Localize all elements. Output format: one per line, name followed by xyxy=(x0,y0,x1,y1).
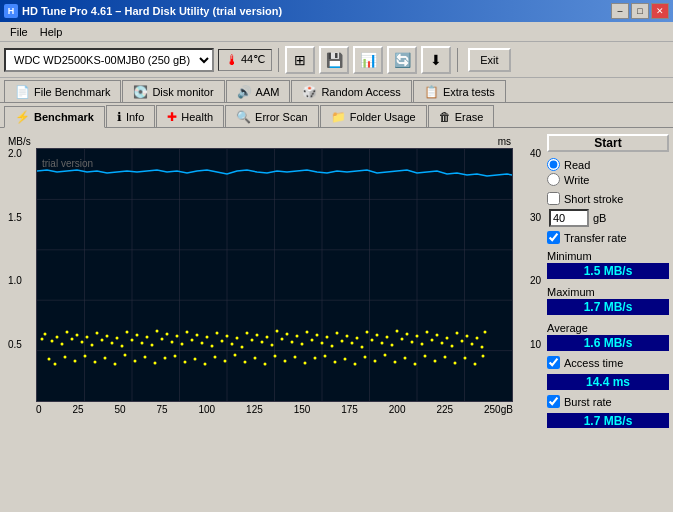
svg-point-16 xyxy=(56,336,59,339)
svg-point-50 xyxy=(226,335,229,338)
transfer-rate-check-row: Transfer rate xyxy=(547,231,669,244)
svg-point-137 xyxy=(384,354,387,357)
tab-benchmark-label: Benchmark xyxy=(34,111,94,123)
svg-point-34 xyxy=(146,336,149,339)
toolbar-btn-3[interactable]: 📊 xyxy=(353,46,383,74)
svg-point-113 xyxy=(144,356,147,359)
svg-point-147 xyxy=(482,355,485,358)
svg-point-139 xyxy=(404,357,407,360)
svg-point-52 xyxy=(236,337,239,340)
svg-point-82 xyxy=(386,336,389,339)
disk-selector[interactable]: WDC WD2500KS-00MJB0 (250 gB) xyxy=(4,48,214,72)
y-left-ticks: 2.0 1.5 1.0 0.5 xyxy=(8,148,22,402)
svg-point-33 xyxy=(141,342,144,345)
toolbar-btn-4[interactable]: 🔄 xyxy=(387,46,417,74)
svg-point-125 xyxy=(264,363,267,366)
svg-point-107 xyxy=(84,355,87,358)
short-stroke-input-row: gB xyxy=(549,209,669,227)
svg-point-94 xyxy=(446,337,449,340)
svg-point-74 xyxy=(346,335,349,338)
erase-icon: 🗑 xyxy=(439,110,451,124)
tab-random-access[interactable]: 🎲 Random Access xyxy=(291,80,411,102)
right-panel: Start Read Write Short stroke gB Transfe… xyxy=(543,128,673,428)
svg-point-75 xyxy=(351,342,354,345)
tab-benchmark[interactable]: ⚡ Benchmark xyxy=(4,106,105,128)
svg-point-93 xyxy=(441,342,444,345)
maximize-button[interactable]: □ xyxy=(631,3,649,19)
start-button[interactable]: Start xyxy=(547,134,669,152)
burst-rate-checkbox[interactable] xyxy=(547,395,560,408)
read-radio[interactable] xyxy=(547,158,560,171)
gb-label: gB xyxy=(593,212,606,224)
read-label: Read xyxy=(564,159,590,171)
x-axis-labels: 0 25 50 75 100 125 150 175 200 225 250gB xyxy=(36,404,513,415)
info-icon: ℹ xyxy=(117,110,122,124)
svg-point-99 xyxy=(471,343,474,346)
svg-point-23 xyxy=(91,344,94,347)
svg-point-61 xyxy=(281,338,284,341)
svg-point-67 xyxy=(311,339,314,342)
svg-point-30 xyxy=(126,331,129,334)
svg-point-116 xyxy=(174,355,177,358)
svg-point-102 xyxy=(484,331,487,334)
svg-point-131 xyxy=(324,355,327,358)
svg-point-24 xyxy=(96,332,99,335)
tab-row-1: 📄 File Benchmark 💽 Disk monitor 🔊 AAM 🎲 … xyxy=(0,78,673,103)
svg-point-109 xyxy=(104,357,107,360)
tab-erase[interactable]: 🗑 Erase xyxy=(428,105,495,127)
svg-point-124 xyxy=(254,357,257,360)
write-radio[interactable] xyxy=(547,173,560,186)
svg-point-104 xyxy=(54,363,57,366)
minimum-label: Minimum xyxy=(547,250,669,262)
exit-button[interactable]: Exit xyxy=(468,48,510,72)
random-access-icon: 🎲 xyxy=(302,85,317,99)
svg-point-27 xyxy=(111,342,114,345)
svg-point-98 xyxy=(466,335,469,338)
tab-random-access-label: Random Access xyxy=(321,86,400,98)
toolbar-btn-5[interactable]: ⬇ xyxy=(421,46,451,74)
y-axis-right-label: ms xyxy=(498,136,511,147)
separator-1 xyxy=(278,48,279,72)
menu-file[interactable]: File xyxy=(4,24,34,40)
tab-aam[interactable]: 🔊 AAM xyxy=(226,80,291,102)
svg-point-71 xyxy=(331,345,334,348)
short-stroke-checkbox[interactable] xyxy=(547,192,560,205)
tab-health[interactable]: ✚ Health xyxy=(156,105,224,127)
access-time-label: Access time xyxy=(564,357,623,369)
benchmark-icon: ⚡ xyxy=(15,110,30,124)
svg-point-135 xyxy=(364,356,367,359)
svg-point-91 xyxy=(431,339,434,342)
svg-point-54 xyxy=(246,332,249,335)
tab-error-scan[interactable]: 🔍 Error Scan xyxy=(225,105,319,127)
tab-folder-usage[interactable]: 📁 Folder Usage xyxy=(320,105,427,127)
svg-point-111 xyxy=(124,354,127,357)
minimize-button[interactable]: – xyxy=(611,3,629,19)
tab-disk-monitor[interactable]: 💽 Disk monitor xyxy=(122,80,224,102)
read-write-group: Read Write xyxy=(547,158,669,186)
toolbar-btn-2[interactable]: 💾 xyxy=(319,46,349,74)
tab-disk-monitor-label: Disk monitor xyxy=(152,86,213,98)
svg-point-101 xyxy=(481,346,484,349)
tab-extra-tests[interactable]: 📋 Extra tests xyxy=(413,80,506,102)
toolbar-btn-1[interactable]: ⊞ xyxy=(285,46,315,74)
svg-point-108 xyxy=(94,361,97,364)
thermometer-icon: 🌡 xyxy=(225,52,239,68)
menu-help[interactable]: Help xyxy=(34,24,69,40)
svg-point-144 xyxy=(454,362,457,365)
maximum-section: Maximum 1.7 MB/s xyxy=(547,286,669,316)
svg-point-140 xyxy=(414,363,417,366)
svg-point-29 xyxy=(121,345,124,348)
svg-point-133 xyxy=(344,358,347,361)
access-time-checkbox[interactable] xyxy=(547,356,560,369)
tab-file-benchmark[interactable]: 📄 File Benchmark xyxy=(4,80,121,102)
svg-point-112 xyxy=(134,360,137,363)
svg-point-13 xyxy=(41,338,44,341)
short-stroke-input[interactable] xyxy=(549,209,589,227)
svg-point-26 xyxy=(106,335,109,338)
close-button[interactable]: ✕ xyxy=(651,3,669,19)
svg-point-49 xyxy=(221,340,224,343)
tab-info[interactable]: ℹ Info xyxy=(106,105,155,127)
transfer-rate-checkbox[interactable] xyxy=(547,231,560,244)
svg-point-76 xyxy=(356,337,359,340)
average-section: Average 1.6 MB/s xyxy=(547,322,669,352)
